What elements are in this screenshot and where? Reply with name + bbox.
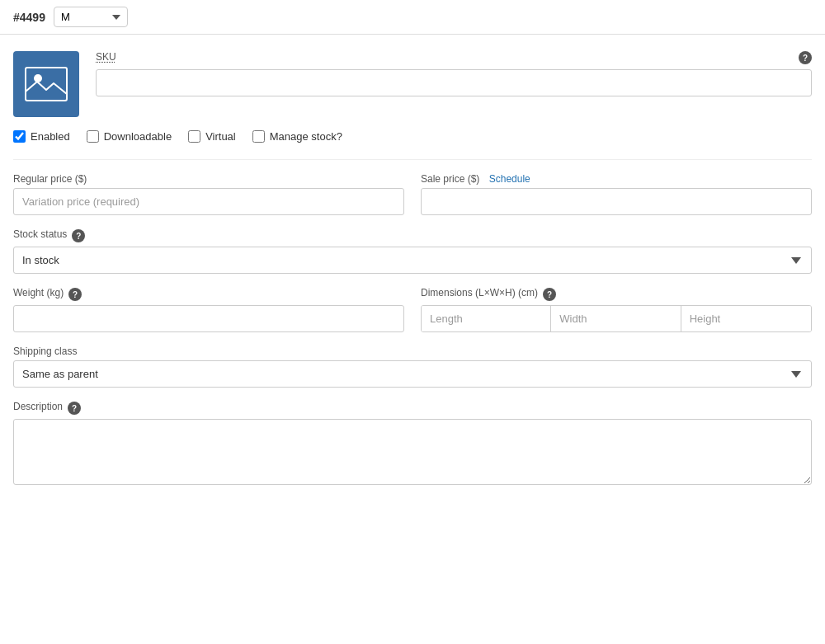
regular-price-label-row: Regular price ($) (13, 173, 404, 185)
header-bar: #4499 M S L XL XXL (0, 0, 825, 35)
weight-input[interactable] (13, 305, 404, 332)
manage-stock-label: Manage stock? (270, 130, 342, 143)
virtual-label: Virtual (205, 130, 236, 143)
stock-status-select[interactable]: In stock Out of stock On backorder (13, 247, 812, 274)
shipping-class-label: Shipping class (13, 346, 812, 357)
dimensions-label: Dimensions (L×W×H) (cm) (421, 287, 538, 298)
description-textarea[interactable] (13, 419, 812, 485)
checkboxes-row: Enabled Downloadable Virtual Manage stoc… (13, 130, 812, 143)
regular-price-label: Regular price ($) (13, 173, 87, 185)
manage-stock-checkbox-label[interactable]: Manage stock? (252, 130, 342, 143)
sku-section: SKU ? (96, 51, 812, 96)
sku-input[interactable] (96, 69, 812, 96)
product-image-placeholder[interactable] (13, 51, 79, 117)
variation-id: #4499 (13, 11, 45, 24)
dimensions-help-icon[interactable]: ? (543, 288, 556, 301)
enabled-label: Enabled (31, 130, 70, 143)
description-label: Description (13, 401, 63, 412)
weight-help-icon[interactable]: ? (68, 288, 82, 301)
stock-status-group: Stock status ? In stock Out of stock On … (13, 228, 812, 274)
sale-price-group: Sale price ($) Schedule (421, 173, 812, 215)
image-icon (25, 67, 68, 101)
description-help-icon[interactable]: ? (68, 402, 81, 415)
section-divider (13, 159, 812, 160)
dimensions-group: Dimensions (L×W×H) (cm) ? (421, 287, 812, 332)
svg-point-1 (34, 74, 42, 82)
variation-select[interactable]: M S L XL XXL (54, 7, 128, 27)
stock-status-label: Stock status (13, 228, 67, 240)
schedule-link[interactable]: Schedule (489, 173, 530, 185)
sale-price-label: Sale price ($) (421, 173, 479, 185)
width-input[interactable] (551, 306, 681, 331)
weight-group: Weight (kg) ? (13, 287, 404, 332)
enabled-checkbox-label[interactable]: Enabled (13, 130, 70, 143)
weight-label: Weight (kg) (13, 287, 64, 298)
shipping-class-select[interactable]: Same as parent No shipping class Standar… (13, 360, 812, 388)
dimensions-inputs (421, 305, 812, 332)
svg-rect-0 (26, 68, 67, 101)
top-section: SKU ? (13, 51, 812, 117)
enabled-checkbox[interactable] (13, 130, 26, 143)
price-row: Regular price ($) Sale price ($) Schedul… (13, 173, 812, 215)
height-input[interactable] (681, 306, 811, 331)
downloadable-checkbox-label[interactable]: Downloadable (87, 130, 172, 143)
length-input[interactable] (422, 306, 551, 331)
sale-price-input[interactable] (421, 188, 812, 215)
sku-help-icon[interactable]: ? (799, 51, 812, 64)
main-content: SKU ? Enabled Downloadable Virtual Manag… (0, 35, 825, 517)
downloadable-label: Downloadable (104, 130, 172, 143)
sale-price-label-row: Sale price ($) Schedule (421, 173, 812, 185)
downloadable-checkbox[interactable] (87, 130, 99, 143)
sku-label: SKU (96, 51, 812, 63)
virtual-checkbox[interactable] (188, 130, 200, 143)
stock-status-help-icon[interactable]: ? (72, 229, 85, 242)
regular-price-group: Regular price ($) (13, 173, 404, 215)
shipping-class-group: Shipping class Same as parent No shippin… (13, 346, 812, 388)
weight-dims-row: Weight (kg) ? Dimensions (L×W×H) (cm) ? (13, 287, 812, 332)
virtual-checkbox-label[interactable]: Virtual (188, 130, 236, 143)
manage-stock-checkbox[interactable] (252, 130, 265, 143)
regular-price-input[interactable] (13, 188, 404, 215)
description-group: Description ? (13, 401, 812, 487)
